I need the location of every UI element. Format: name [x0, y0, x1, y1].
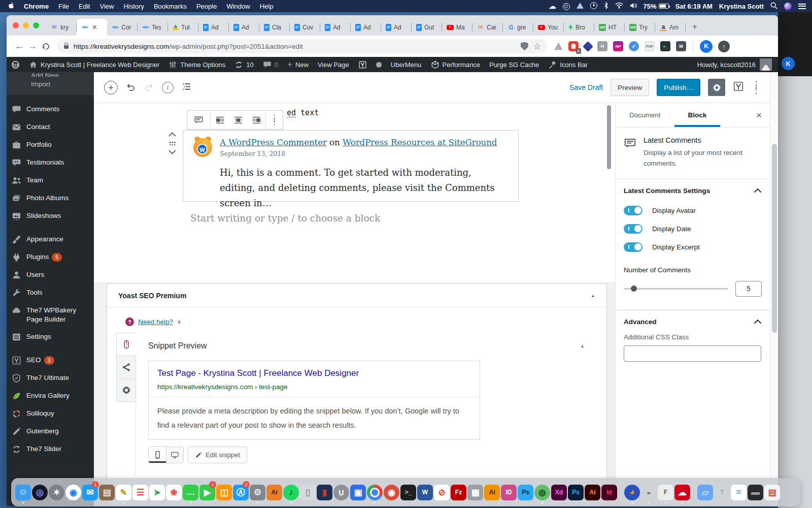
dock-item-archive-app[interactable]: ▯ [300, 482, 316, 502]
browser-tab[interactable]: w3Try [625, 19, 655, 36]
dock-item-screens-app[interactable]: ▬ [748, 482, 763, 502]
dock-item-dial-app[interactable]: ◉ [384, 482, 399, 502]
h-ext-icon[interactable]: H [597, 41, 607, 51]
sidebar-item-envira-gallery[interactable]: Envira Gallery [7, 387, 94, 405]
close-sidebar-icon[interactable]: × [756, 110, 762, 121]
check-ext-icon[interactable]: ✓ [629, 41, 639, 51]
adminbar-item-10[interactable]: 10 [230, 57, 258, 72]
move-up-icon[interactable] [168, 131, 177, 138]
save-draft-button[interactable]: Save Draft [569, 83, 603, 91]
adminbar-item-0[interactable]: 0 [258, 57, 283, 72]
sidebar-item-appearance[interactable]: Appearance [7, 231, 94, 248]
dock-item-adobe-xd[interactable]: Xd [551, 482, 567, 502]
dock-item-messages[interactable]: … [183, 482, 198, 502]
volume-icon[interactable] [630, 3, 637, 10]
dock-item-filezilla[interactable]: Fz [451, 482, 466, 502]
menu-item-people[interactable]: People [196, 3, 217, 10]
adminbar-item-purge-sg-cache[interactable]: Purge SG Cache [485, 57, 544, 72]
drive-ext-icon[interactable] [554, 43, 563, 50]
menu-item-edit[interactable]: Edit [79, 3, 90, 10]
browser-tab[interactable]: Bro [564, 19, 594, 36]
browser-tab[interactable]: Ad [229, 19, 259, 36]
adminbar-item-view-page[interactable]: View Page [313, 57, 354, 72]
partial-paragraph-text[interactable]: ed text [287, 108, 319, 117]
adblock-icon[interactable]: 8 [568, 41, 579, 51]
move-down-icon[interactable] [168, 149, 177, 155]
block-appender-placeholder[interactable]: Start writing or type / to choose a bloc… [190, 213, 380, 224]
menu-item-view[interactable]: View [99, 3, 114, 10]
sidebar-item-users[interactable]: Users [7, 266, 94, 284]
browser-tab[interactable]: Cla [259, 19, 290, 36]
dock-item-trash[interactable]: ▽ [781, 482, 797, 502]
adminbar-item-new[interactable]: +New [283, 57, 313, 72]
chevron-down-icon[interactable]: ∨ [177, 319, 181, 325]
dock-item-notes[interactable]: ✎ [116, 482, 131, 502]
number-of-comments-input[interactable]: 5 [735, 281, 762, 297]
dock-item-finder[interactable]: ☺ [15, 482, 31, 502]
undo-icon[interactable] [125, 81, 136, 94]
dock-item-photoshop-blue[interactable]: Ps [518, 482, 533, 502]
align-right-icon[interactable] [247, 111, 265, 129]
back-button[interactable]: ← [13, 41, 26, 52]
dock-item-illustrator-draft[interactable]: Ai [266, 482, 282, 502]
forward-button[interactable]: → [26, 41, 39, 52]
sidebar-item-tools[interactable]: Tools [7, 284, 94, 302]
close-window-button[interactable] [13, 22, 19, 28]
sidebar-item-gutenberg[interactable]: Gutenberg [7, 423, 94, 440]
rp-ext-icon[interactable]: RP [613, 41, 623, 51]
more-icon[interactable]: ⋮⋮ [265, 111, 283, 129]
php-ext-icon[interactable]: PHP [645, 41, 655, 51]
browser-tab[interactable]: <k>Cor [107, 19, 138, 36]
menu-item-bookmarks[interactable]: Bookmarks [154, 3, 187, 10]
new-tab-button[interactable]: + [688, 20, 702, 34]
dock-item-firefox[interactable]: ◕ [624, 482, 640, 502]
dock-item-journal[interactable]: ▤ [99, 482, 115, 502]
yoast-metabox-header[interactable]: Yoast SEO Premium ▲ [107, 284, 606, 307]
adminbar-item[interactable] [7, 57, 24, 72]
dock-item-launchpad[interactable]: ✶ [49, 482, 64, 502]
browser-tab[interactable]: Ad [320, 19, 351, 36]
dock-item-koala-app[interactable]: ◒ [641, 482, 657, 502]
browser-tab[interactable]: aAm [655, 19, 686, 36]
browser-tab[interactable]: You [533, 19, 564, 36]
dock-item-creative-cloud[interactable]: ☁ [674, 482, 690, 502]
desktop-preview-button[interactable] [166, 447, 183, 463]
sidebar-item-portfolio[interactable]: Portfolio [7, 136, 94, 154]
browser-tab[interactable]: Ad [351, 19, 381, 36]
dock-item-siri[interactable]: ◎ [32, 482, 48, 502]
list-view-icon[interactable] [181, 81, 192, 94]
blocked-content-icon[interactable]: ✕ [521, 42, 528, 51]
sidebar-item-settings[interactable]: Settings [7, 328, 94, 346]
dock-item-tooth-app[interactable]: ∪ [333, 482, 349, 502]
dock-item-photoshop[interactable]: Ps [568, 482, 584, 502]
browser-tab[interactable]: Gut [412, 19, 442, 36]
dock-item-font-book[interactable]: F [658, 482, 673, 502]
zoom-window-button[interactable] [33, 22, 39, 28]
sidebar-item-contact[interactable]: Contact [7, 118, 94, 136]
m-ext-icon[interactable]: M [676, 41, 686, 51]
siri-icon[interactable] [784, 3, 792, 10]
dock-item-preview-app[interactable]: ▦ [467, 482, 483, 502]
dock-item-spotify[interactable]: ♪ [283, 482, 299, 502]
notification-list-icon[interactable] [798, 4, 806, 9]
adminbar-item-performance[interactable]: Performance [426, 57, 485, 72]
dock-item-word[interactable]: W [417, 482, 433, 502]
sidebar-item-the7-wpbakery-page-builder[interactable]: The7 WPBakery Page Builder [7, 302, 94, 328]
menu-item-history[interactable]: History [123, 3, 144, 10]
tab-block[interactable]: Block [674, 103, 721, 127]
browser-tab[interactable]: Ad [198, 19, 229, 36]
cloud-icon[interactable]: ☁ [549, 2, 556, 10]
more-options-icon[interactable]: ⋮⋮ [752, 82, 761, 92]
toggle-switch[interactable] [624, 224, 642, 234]
edit-snippet-button[interactable]: Edit snippet [188, 447, 247, 463]
submenu-item-import[interactable]: Import [7, 77, 94, 92]
advanced-panel-header[interactable]: Advanced [616, 310, 770, 333]
menubar-user[interactable]: Krystina Scott [719, 3, 764, 10]
dock-item-safari[interactable]: ◉ [65, 482, 81, 502]
align-left-icon[interactable] [211, 111, 229, 129]
time-machine-icon[interactable] [590, 2, 597, 11]
menu-item-file[interactable]: File [58, 3, 69, 10]
browser-tab[interactable]: Tut [168, 19, 198, 36]
dock-item-atom[interactable]: ◍ [534, 482, 550, 502]
sidebar-item-slideshows[interactable]: Slideshows [7, 207, 94, 225]
